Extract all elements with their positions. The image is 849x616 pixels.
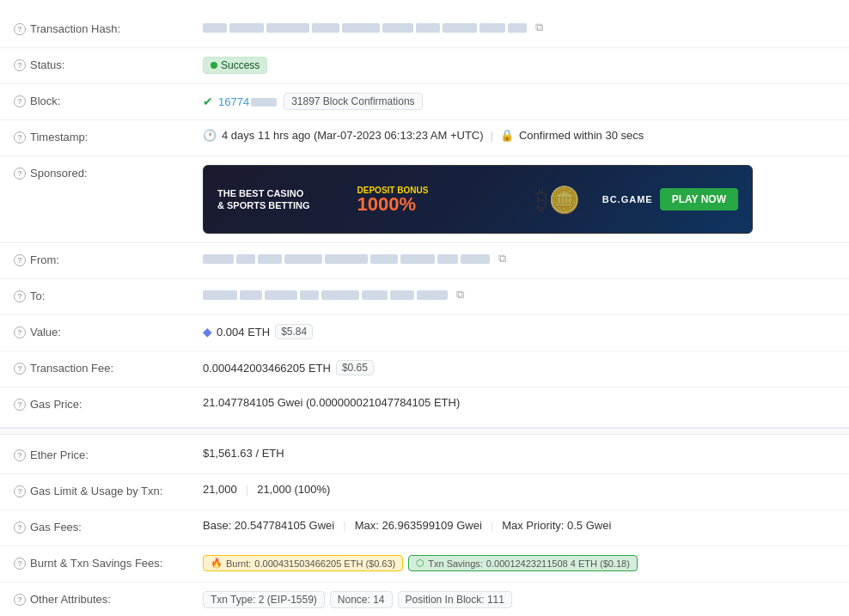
clock-icon: 🕐 xyxy=(203,129,217,142)
transaction-hash-label: ? Transaction Hash: xyxy=(14,21,203,35)
other-attributes-label: ? Other Attributes: xyxy=(14,591,203,606)
gas-price-value: 21.047784105 Gwei (0.000000021047784105 … xyxy=(203,396,835,409)
burnt-savings-label: ? Burnt & Txn Savings Fees: xyxy=(14,555,203,570)
value-amount: 0.004 ETH xyxy=(217,326,270,338)
transaction-detail-page: ? Transaction Hash: ⧉ xyxy=(0,0,849,616)
fee-usd-badge: $0.65 xyxy=(336,360,374,375)
ad-right-content: BC.GAME PLAY NOW xyxy=(602,188,752,210)
timestamp-row: ? Timestamp: 🕐 4 days 11 hrs ago (Mar-07… xyxy=(0,120,849,156)
gas-max-fee: Max: 26.963599109 Gwei xyxy=(355,519,482,532)
sponsored-help-icon[interactable]: ? xyxy=(14,168,26,180)
gas-max-priority: Max Priority: 0.5 Gwei xyxy=(502,519,611,532)
savings-label: Txn Savings: xyxy=(428,558,483,569)
block-row: ? Block: ✔ 16774 31897 Block Confirmatio… xyxy=(0,84,849,120)
success-dot-icon xyxy=(211,62,217,69)
sponsored-row: ? Sponsored: THE BEST CASINO & SPORTS BE… xyxy=(0,156,849,243)
to-copy-icon[interactable]: ⧉ xyxy=(456,288,464,302)
block-label: ? Block: xyxy=(14,93,203,107)
value-value: ◆ 0.004 ETH $5.84 xyxy=(203,324,835,339)
burnt-badge: 🔥 Burnt: 0.000431503466205 ETH ($0.63) xyxy=(203,555,403,571)
to-label: ? To: xyxy=(14,288,203,302)
gas-usage-text: 21,000 (100%) xyxy=(257,483,330,496)
ether-price-help-icon[interactable]: ? xyxy=(14,449,26,461)
gas-price-label: ? Gas Price: xyxy=(14,396,203,411)
gas-limit-help-icon[interactable]: ? xyxy=(14,485,26,497)
gas-limit-label: ? Gas Limit & Usage by Txn: xyxy=(14,483,203,497)
gas-fees-value: Base: 20.547784105 Gwei | Max: 26.963599… xyxy=(203,519,835,532)
ad-left-content: THE BEST CASINO & SPORTS BETTING xyxy=(204,179,351,221)
confirmed-icon: 🔒 xyxy=(500,129,514,142)
other-attributes-help-icon[interactable]: ? xyxy=(14,594,26,606)
from-row: ? From: ⧉ xyxy=(0,243,849,279)
ad-tagline: THE BEST CASINO & SPORTS BETTING xyxy=(217,187,337,212)
transaction-fee-label: ? Transaction Fee: xyxy=(14,360,203,375)
block-value: ✔ 16774 31897 Block Confirmations xyxy=(203,93,835,110)
gas-price-row: ? Gas Price: 21.047784105 Gwei (0.000000… xyxy=(0,387,849,424)
status-help-icon[interactable]: ? xyxy=(14,59,26,71)
status-badge: Success xyxy=(203,57,267,74)
additional-info-section: ? Ether Price: $1,561.63 / ETH ? Gas Lim… xyxy=(0,435,849,616)
value-label: ? Value: xyxy=(14,324,203,338)
eth-diamond-icon: ◆ xyxy=(203,326,211,338)
fire-icon: 🔥 xyxy=(211,558,223,569)
transaction-fee-help-icon[interactable]: ? xyxy=(14,363,26,375)
txn-savings-badge: ⬡ Txn Savings: 0.00012423211508 4 ETH ($… xyxy=(408,555,638,571)
timestamp-text: 4 days 11 hrs ago (Mar-07-2023 06:13:23 … xyxy=(222,129,484,142)
burnt-value: 0.000431503466205 ETH ($0.63) xyxy=(254,558,395,569)
gas-base-fee: Base: 20.547784105 Gwei xyxy=(203,519,334,532)
from-copy-icon[interactable]: ⧉ xyxy=(498,252,506,265)
sponsored-label: ? Sponsored: xyxy=(14,165,203,180)
ether-price-value: $1,561.63 / ETH xyxy=(203,447,835,460)
status-value: Success xyxy=(203,57,835,74)
from-value: ⧉ xyxy=(203,252,835,265)
to-value: ⧉ xyxy=(203,288,835,302)
burnt-savings-value: 🔥 Burnt: 0.000431503466205 ETH ($0.63) ⬡… xyxy=(203,555,835,571)
other-attributes-row: ? Other Attributes: Txn Type: 2 (EIP-155… xyxy=(0,582,849,616)
transaction-fee-row: ? Transaction Fee: 0.000442003466205 ETH… xyxy=(0,351,849,387)
block-confirmations-badge: 31897 Block Confirmations xyxy=(284,93,422,110)
transaction-hash-help-icon[interactable]: ? xyxy=(14,23,26,35)
hash-copy-icon[interactable]: ⧉ xyxy=(535,21,543,34)
gas-fees-row: ? Gas Fees: Base: 20.547784105 Gwei | Ma… xyxy=(0,510,849,546)
value-help-icon[interactable]: ? xyxy=(14,326,26,338)
value-usd-badge: $5.84 xyxy=(275,324,313,339)
value-row: ? Value: ◆ 0.004 ETH $5.84 xyxy=(0,315,849,351)
gas-limit-row: ? Gas Limit & Usage by Txn: 21,000 | 21,… xyxy=(0,474,849,510)
to-row: ? To: ⧉ xyxy=(0,279,849,315)
sponsored-value: THE BEST CASINO & SPORTS BETTING DEPOSIT… xyxy=(203,165,835,234)
status-label: ? Status: xyxy=(14,57,203,71)
gas-fees-label: ? Gas Fees: xyxy=(14,519,203,534)
confirmed-text: Confirmed within 30 secs xyxy=(519,129,644,142)
ad-brand: BC.GAME xyxy=(602,194,653,204)
ad-play-button[interactable]: PLAY NOW xyxy=(660,188,738,210)
gas-price-text: 21.047784105 Gwei (0.000000021047784105 … xyxy=(203,396,460,409)
ether-price-text: $1,561.63 / ETH xyxy=(203,447,284,460)
burnt-label: Burnt: xyxy=(226,558,251,569)
savings-icon: ⬡ xyxy=(416,558,424,569)
transaction-hash-row: ? Transaction Hash: ⧉ xyxy=(0,12,849,48)
to-help-icon[interactable]: ? xyxy=(14,290,26,302)
hash-address xyxy=(203,23,527,33)
ad-brand-label: BC.GAME xyxy=(602,194,653,204)
savings-value: 0.00012423211508 4 ETH ($0.18) xyxy=(486,558,630,569)
ether-price-row: ? Ether Price: $1,561.63 / ETH xyxy=(0,438,849,474)
fee-amount: 0.000442003466205 ETH xyxy=(203,362,331,375)
status-row: ? Status: Success xyxy=(0,48,849,84)
burnt-savings-help-icon[interactable]: ? xyxy=(14,558,26,570)
block-number-link[interactable]: 16774 xyxy=(218,95,278,108)
burnt-savings-row: ? Burnt & Txn Savings Fees: 🔥 Burnt: 0.0… xyxy=(0,546,849,582)
transaction-hash-value: ⧉ xyxy=(203,21,835,34)
block-help-icon[interactable]: ? xyxy=(14,95,26,107)
gas-price-help-icon[interactable]: ? xyxy=(14,399,26,411)
gas-fees-help-icon[interactable]: ? xyxy=(14,521,26,534)
from-help-icon[interactable]: ? xyxy=(14,254,26,266)
to-address xyxy=(203,290,448,300)
nonce-badge: Nonce: 14 xyxy=(330,591,393,608)
transaction-fee-value: 0.000442003466205 ETH $0.65 xyxy=(203,360,835,375)
ether-price-label: ? Ether Price: xyxy=(14,447,203,461)
ad-banner[interactable]: THE BEST CASINO & SPORTS BETTING DEPOSIT… xyxy=(203,165,753,234)
bitcoin-coins-icon: ₿🪙 xyxy=(535,185,580,215)
gas-limit-value: 21,000 | 21,000 (100%) xyxy=(203,483,835,496)
main-info-section: ? Transaction Hash: ⧉ xyxy=(0,9,849,428)
timestamp-help-icon[interactable]: ? xyxy=(14,131,26,143)
